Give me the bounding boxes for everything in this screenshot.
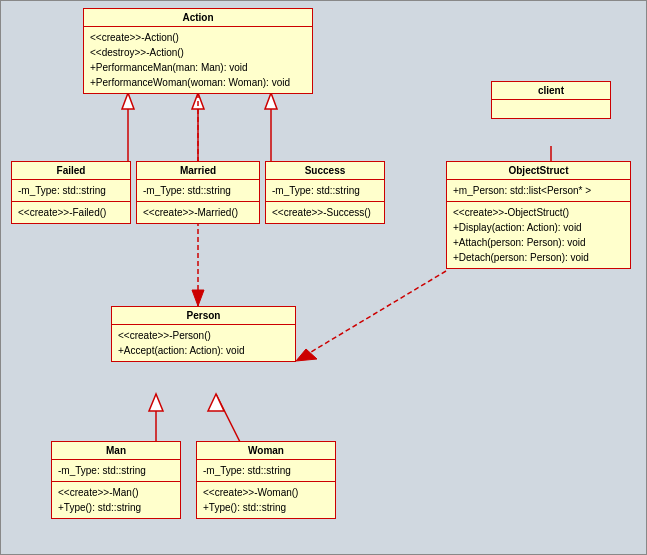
class-action-header: Action (84, 9, 312, 27)
svg-line-11 (216, 394, 241, 444)
class-woman-attrs: -m_Type: std::string (197, 460, 335, 482)
class-action-methods: <<create>>-Action() <<destroy>>-Action()… (84, 27, 312, 93)
svg-marker-8 (296, 349, 317, 361)
class-married-methods: <<create>>-Married() (137, 202, 259, 223)
class-objectstruct: ObjectStruct +m_Person: std::list<Person… (446, 161, 631, 269)
class-success-header: Success (266, 162, 384, 180)
class-woman-header: Woman (197, 442, 335, 460)
class-man-attrs: -m_Type: std::string (52, 460, 180, 482)
class-client: client (491, 81, 611, 119)
class-action: Action <<create>>-Action() <<destroy>>-A… (83, 8, 313, 94)
diagram-container: Action <<create>>-Action() <<destroy>>-A… (0, 0, 647, 555)
class-failed-methods: <<create>>-Failed() (12, 202, 130, 223)
class-success-methods: <<create>>-Success() (266, 202, 384, 223)
svg-line-7 (296, 271, 446, 361)
svg-marker-3 (192, 93, 204, 109)
svg-marker-5 (265, 93, 277, 109)
class-woman-methods: <<create>>-Woman() +Type(): std::string (197, 482, 335, 518)
class-failed-header: Failed (12, 162, 130, 180)
class-person-header: Person (112, 307, 295, 325)
class-failed: Failed -m_Type: std::string <<create>>-F… (11, 161, 131, 224)
class-failed-attrs: -m_Type: std::string (12, 180, 130, 202)
class-married: Married -m_Type: std::string <<create>>-… (136, 161, 260, 224)
class-man: Man -m_Type: std::string <<create>>-Man(… (51, 441, 181, 519)
class-success-attrs: -m_Type: std::string (266, 180, 384, 202)
class-success: Success -m_Type: std::string <<create>>-… (265, 161, 385, 224)
class-married-attrs: -m_Type: std::string (137, 180, 259, 202)
svg-marker-10 (149, 394, 163, 411)
class-married-header: Married (137, 162, 259, 180)
class-objectstruct-header: ObjectStruct (447, 162, 630, 180)
class-man-header: Man (52, 442, 180, 460)
class-client-header: client (492, 82, 610, 100)
class-objectstruct-methods: <<create>>-ObjectStruct() +Display(actio… (447, 202, 630, 268)
class-person-methods: <<create>>-Person() +Accept(action: Acti… (112, 325, 295, 361)
class-woman: Woman -m_Type: std::string <<create>>-Wo… (196, 441, 336, 519)
class-man-methods: <<create>>-Man() +Type(): std::string (52, 482, 180, 518)
svg-marker-12 (208, 394, 224, 411)
class-person: Person <<create>>-Person() +Accept(actio… (111, 306, 296, 362)
svg-marker-14 (192, 290, 204, 306)
class-client-body (492, 100, 610, 118)
class-objectstruct-attrs: +m_Person: std::list<Person* > (447, 180, 630, 202)
svg-marker-1 (122, 93, 134, 109)
